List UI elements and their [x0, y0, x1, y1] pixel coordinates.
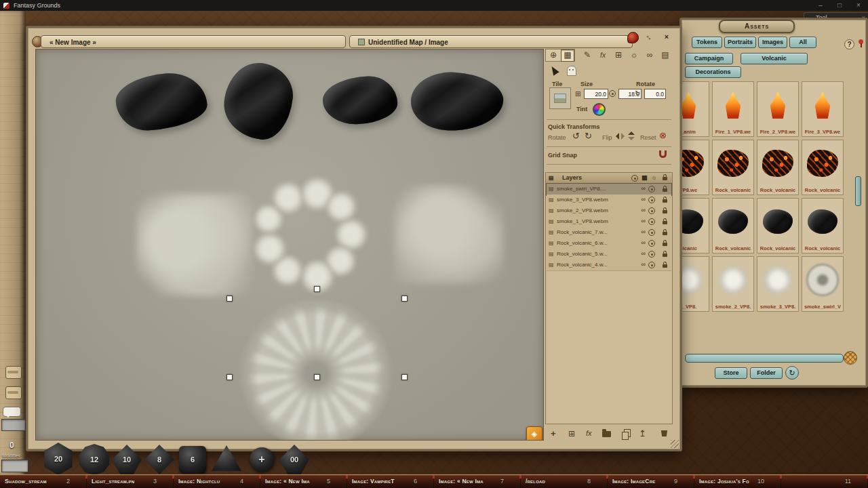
layer-row[interactable]: ▤ smoke_2_VP8.webm ∞ [547, 205, 671, 217]
hotkey-slot[interactable]: Image: « New Ima5 [260, 475, 347, 488]
die-d6[interactable]: 6 [179, 446, 206, 473]
asset-item[interactable]: 1_VP8. [682, 256, 709, 312]
grid-tool-button[interactable]: ⊞ [612, 49, 625, 62]
add-layer-icon[interactable]: + [551, 428, 556, 439]
hotkey-slot[interactable]: Image: Nightclu4 [174, 475, 260, 488]
hotkey-slot[interactable]: 11 [781, 475, 868, 488]
layer-lock-icon[interactable] [663, 221, 667, 224]
tab-tokens[interactable]: Tokens [692, 37, 722, 48]
close-image-window-button[interactable]: × [661, 32, 672, 43]
layer-lock-icon[interactable] [663, 210, 667, 214]
layer-eye-icon[interactable] [648, 251, 655, 258]
asset-item[interactable]: Fire_3_VP8.we [802, 81, 844, 137]
selection-handle[interactable] [401, 296, 408, 302]
pointer-tool-icon[interactable] [549, 64, 559, 75]
rock-token[interactable] [220, 60, 296, 142]
refresh-button[interactable]: ↻ [785, 366, 799, 380]
magnet-icon[interactable] [659, 150, 667, 158]
layer-link-icon[interactable]: ∞ [642, 196, 646, 203]
smoke-cloud-token[interactable] [394, 185, 504, 284]
layer-row[interactable]: ▤ Rock_volcanic_4.w... ∞ [547, 260, 671, 271]
layer-eye-icon[interactable] [648, 229, 655, 236]
layer-lock-icon[interactable] [663, 232, 667, 235]
layer-link-icon[interactable]: ∞ [642, 261, 646, 268]
gm-chat-bubble-icon[interactable] [3, 407, 21, 417]
trash-icon[interactable] [660, 429, 668, 436]
asset-item[interactable]: Rock_volcanic [802, 140, 844, 195]
maximize-button[interactable]: □ [830, 0, 849, 11]
hotkey-slot[interactable]: Image: VampireT6 [347, 475, 434, 488]
layer-lock-icon[interactable] [663, 264, 667, 268]
help-button[interactable]: ? [844, 39, 854, 49]
asset-item[interactable]: smoke_swirl_V [802, 256, 844, 312]
layer-link-icon[interactable]: ∞ [642, 228, 646, 235]
scroll-icon[interactable] [5, 386, 22, 399]
layer-lock-icon[interactable] [663, 199, 667, 203]
hotkey-slot[interactable]: Image: ImageCre9 [608, 475, 694, 488]
rock-token[interactable] [410, 70, 505, 134]
layer-lock-icon[interactable] [663, 253, 667, 257]
size-width-input[interactable] [584, 89, 608, 99]
smoke-ring-token[interactable] [245, 170, 374, 299]
hotkey-slot[interactable]: Shadow_stream2 [0, 475, 87, 488]
layer-link-icon[interactable]: ∞ [642, 239, 646, 246]
vertical-scrollbar-handle[interactable] [855, 176, 861, 206]
asset-item[interactable]: Rock_volcanic [712, 140, 754, 195]
folder-button[interactable]: Folder [750, 367, 783, 379]
table-tool-button[interactable]: ▤ [658, 49, 672, 62]
layer-eye-icon[interactable] [648, 207, 655, 214]
layers-grid-icon[interactable]: ▦ [642, 174, 648, 181]
asset-item[interactable]: olcanic [682, 198, 709, 253]
close-button[interactable]: × [849, 0, 868, 11]
map-canvas[interactable]: ◈ [35, 49, 544, 441]
asset-item[interactable]: _anim [682, 81, 709, 137]
tab-new-image[interactable]: « New Image » [41, 35, 346, 48]
modifier-box[interactable] [1, 460, 28, 472]
layer-eye-icon[interactable] [648, 218, 655, 225]
layer-row[interactable]: ▤ Rock_volcanic_5.w... ∞ [547, 249, 671, 260]
layers-sun-icon[interactable]: ☼ [651, 174, 656, 181]
rotate-cw-icon[interactable]: ↻ [585, 131, 592, 141]
layer-row[interactable]: ▤ Rock_volcanic_6.w... ∞ [547, 238, 671, 249]
hotkey-slot[interactable]: /reload8 [521, 475, 608, 488]
filter-volcanic[interactable]: Volcanic [741, 53, 808, 64]
rock-token[interactable] [322, 75, 398, 125]
tab-all[interactable]: All [789, 37, 816, 48]
layer-eye-icon[interactable] [648, 240, 655, 247]
link-tool-button[interactable]: ∞ [643, 49, 656, 62]
asset-item[interactable]: VP8.we [682, 140, 709, 195]
draw-tool-button[interactable]: ✎ [580, 49, 594, 62]
layer-eye-icon[interactable] [648, 186, 655, 192]
flip-horizontal-icon[interactable] [616, 133, 625, 140]
color-wheel-icon[interactable] [593, 103, 606, 116]
smoke-swirl-token[interactable] [238, 299, 394, 441]
filter-campaign[interactable]: Campaign [685, 53, 733, 64]
hotkey-slot[interactable]: Light_stream.pn3 [87, 475, 174, 488]
duplicate-icon[interactable] [624, 429, 631, 437]
flip-vertical-icon[interactable] [628, 131, 635, 140]
hotkey-slot[interactable]: Image: Joshua's Fo10 [694, 475, 781, 488]
effects-tool-button[interactable]: fx [596, 49, 610, 62]
tile-thumbnail[interactable] [549, 87, 571, 109]
selection-handle[interactable] [226, 374, 233, 380]
asset-item[interactable]: Rock_volcanic [802, 198, 844, 253]
horizontal-scrollbar[interactable] [685, 354, 844, 363]
tab-portraits[interactable]: Portraits [724, 37, 756, 48]
lighting-tool-button[interactable]: ☼ [627, 49, 641, 62]
expand-window-button[interactable]: ↔ [644, 32, 654, 43]
layer-row[interactable]: ▤ smoke_swirl_VP8.... ∞ [547, 184, 671, 195]
layers-eye-icon[interactable] [631, 175, 638, 182]
minimize-button[interactable]: – [811, 0, 830, 11]
nodes-icon[interactable]: ⊞ [568, 429, 575, 439]
asset-item[interactable]: Fire_2_VP8.we [757, 81, 799, 137]
asset-item[interactable]: Rock_volcanic [757, 198, 799, 253]
layer-link-icon[interactable]: ∞ [642, 207, 646, 214]
layer-lock-icon[interactable] [663, 188, 667, 192]
layer-link-icon[interactable]: ∞ [642, 250, 646, 257]
layer-lock-icon[interactable] [663, 243, 667, 246]
wicker-ball-icon[interactable] [844, 351, 857, 365]
layer-eye-icon[interactable] [648, 197, 655, 203]
modifier-die-button[interactable]: + [250, 447, 274, 472]
asset-item[interactable]: smoke_3_VP8. [757, 256, 799, 312]
chat-input-box[interactable] [1, 419, 26, 431]
